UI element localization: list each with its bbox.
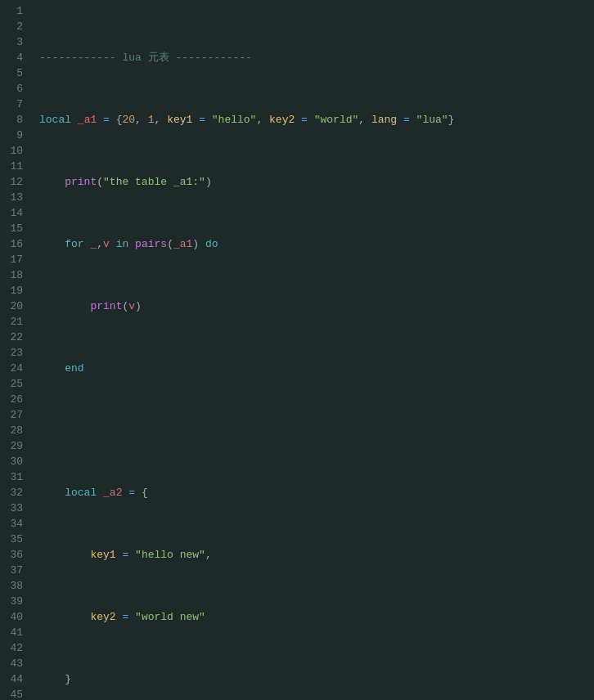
code-content[interactable]: ------------ lua 元表 ------------ local _… — [29, 0, 594, 700]
code-line: print(v) — [39, 298, 591, 314]
code-line: key1 = "hello new", — [39, 547, 591, 563]
code-line: local _a1 = {20, 1, key1 = "hello", key2… — [39, 112, 591, 128]
code-line: ------------ lua 元表 ------------ — [39, 50, 591, 65]
code-line: print("the table _a1:") — [39, 174, 591, 190]
code-line: local _a2 = { — [39, 485, 591, 500]
line-numbers: 1 2 3 4 5 6 7 8 9 10 11 12 13 14 15 16 1… — [0, 0, 29, 700]
code-line: } — [39, 671, 591, 687]
code-line: end — [39, 361, 591, 376]
code-line: key2 = "world new" — [39, 609, 591, 625]
code-line — [39, 423, 591, 438]
code-editor: 1 2 3 4 5 6 7 8 9 10 11 12 13 14 15 16 1… — [0, 0, 594, 700]
code-line: for _,v in pairs(_a1) do — [39, 236, 591, 252]
